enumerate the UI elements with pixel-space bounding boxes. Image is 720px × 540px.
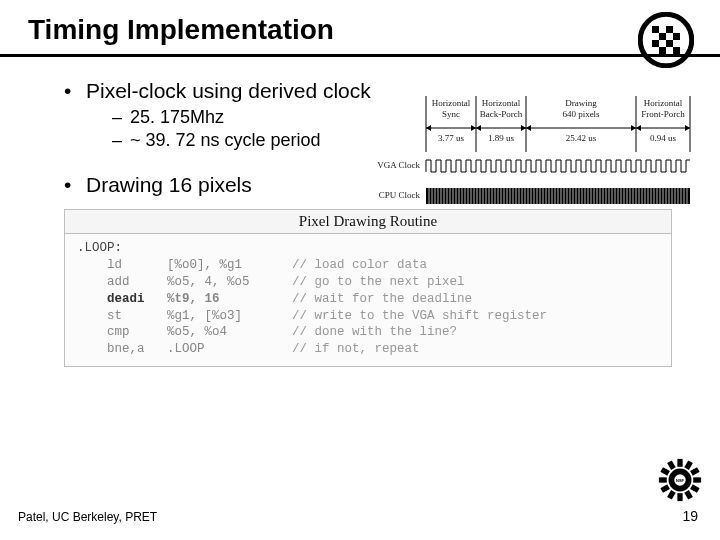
svg-marker-25 <box>685 125 690 131</box>
svg-marker-24 <box>636 125 641 131</box>
svg-rect-119 <box>693 477 701 482</box>
bullet-1-text: Pixel-clock using derived clock <box>86 79 371 102</box>
svg-rect-125 <box>660 467 669 476</box>
seg2-time: 25.42 us <box>566 133 597 143</box>
seg3-top: Horizontal <box>644 98 683 108</box>
svg-rect-117 <box>677 493 682 501</box>
svg-marker-21 <box>631 125 636 131</box>
svg-marker-20 <box>526 125 531 131</box>
bullet-2: Drawing 16 pixels <box>64 173 692 197</box>
svg-rect-7 <box>666 40 673 47</box>
svg-marker-17 <box>521 125 526 131</box>
slide-title: Timing Implementation <box>28 14 334 52</box>
seg0-top: Horizontal <box>432 98 471 108</box>
seg0-time: 3.77 us <box>438 133 465 143</box>
seg0-bot: Sync <box>442 109 460 119</box>
svg-rect-2 <box>652 26 659 33</box>
svg-rect-3 <box>666 26 673 33</box>
svg-rect-123 <box>660 484 669 493</box>
gear-logo-icon: NSF <box>658 458 702 502</box>
svg-rect-126 <box>684 490 693 499</box>
svg-rect-127 <box>667 460 676 469</box>
svg-rect-120 <box>684 460 693 469</box>
seg1-time: 1.89 us <box>488 133 515 143</box>
seg2-top: Drawing <box>565 98 597 108</box>
svg-rect-121 <box>667 490 676 499</box>
svg-text:NSF: NSF <box>676 478 684 483</box>
footer-credit: Patel, UC Berkeley, PRET <box>18 510 157 524</box>
bullet-list-2: Drawing 16 pixels <box>64 173 692 197</box>
page-number: 19 <box>682 508 698 524</box>
title-row: Timing Implementation <box>28 14 692 57</box>
title-underline <box>0 54 720 57</box>
seg3-time: 0.94 us <box>650 133 677 143</box>
svg-rect-8 <box>659 47 666 54</box>
svg-rect-5 <box>673 33 680 40</box>
svg-rect-122 <box>690 467 699 476</box>
svg-rect-116 <box>677 459 682 467</box>
svg-rect-9 <box>673 47 680 54</box>
svg-rect-118 <box>659 477 667 482</box>
svg-rect-4 <box>659 33 666 40</box>
svg-rect-124 <box>690 484 699 493</box>
svg-rect-6 <box>652 40 659 47</box>
chess-logo-icon <box>638 12 694 68</box>
seg2-bot: 640 pixels <box>562 109 600 119</box>
slide: Timing Implementation Pixel-clock using … <box>0 0 720 540</box>
svg-marker-16 <box>476 125 481 131</box>
seg1-bot: Back-Porch <box>480 109 523 119</box>
seg1-top: Horizontal <box>482 98 521 108</box>
seg3-bot: Front-Porch <box>641 109 685 119</box>
timing-diagram: Horizontal Sync 3.77 us Horizontal Back-… <box>374 96 696 216</box>
bullet-2-text: Drawing 16 pixels <box>86 173 252 196</box>
code-box-body: .LOOP: ld[%o0], %g1 // load color data a… <box>65 234 671 366</box>
code-box: Pixel Drawing Routine .LOOP: ld[%o0], %g… <box>64 209 672 367</box>
svg-marker-12 <box>471 125 476 131</box>
svg-marker-11 <box>426 125 431 131</box>
vga-clock-label: VGA Clock <box>377 160 420 170</box>
vga-clock-wave <box>426 160 690 172</box>
